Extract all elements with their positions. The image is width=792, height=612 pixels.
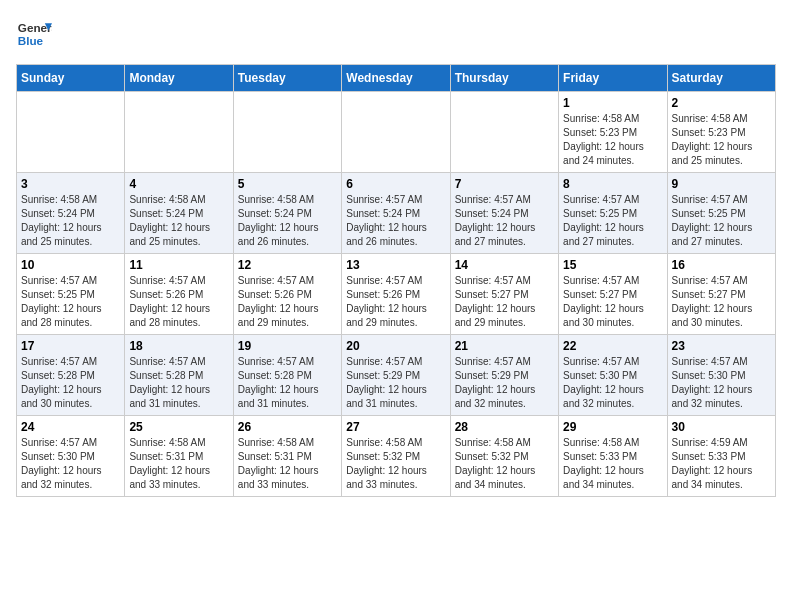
day-info: Sunrise: 4:58 AM Sunset: 5:24 PM Dayligh…: [129, 193, 228, 249]
day-info: Sunrise: 4:58 AM Sunset: 5:24 PM Dayligh…: [21, 193, 120, 249]
day-cell: 10Sunrise: 4:57 AM Sunset: 5:25 PM Dayli…: [17, 254, 125, 335]
day-cell: 4Sunrise: 4:58 AM Sunset: 5:24 PM Daylig…: [125, 173, 233, 254]
day-info: Sunrise: 4:57 AM Sunset: 5:28 PM Dayligh…: [21, 355, 120, 411]
day-cell: 12Sunrise: 4:57 AM Sunset: 5:26 PM Dayli…: [233, 254, 341, 335]
day-cell: [17, 92, 125, 173]
day-number: 15: [563, 258, 662, 272]
day-info: Sunrise: 4:58 AM Sunset: 5:23 PM Dayligh…: [672, 112, 771, 168]
day-cell: 30Sunrise: 4:59 AM Sunset: 5:33 PM Dayli…: [667, 416, 775, 497]
day-info: Sunrise: 4:58 AM Sunset: 5:23 PM Dayligh…: [563, 112, 662, 168]
day-number: 9: [672, 177, 771, 191]
day-cell: 8Sunrise: 4:57 AM Sunset: 5:25 PM Daylig…: [559, 173, 667, 254]
day-cell: 5Sunrise: 4:58 AM Sunset: 5:24 PM Daylig…: [233, 173, 341, 254]
day-info: Sunrise: 4:57 AM Sunset: 5:26 PM Dayligh…: [346, 274, 445, 330]
week-row-5: 24Sunrise: 4:57 AM Sunset: 5:30 PM Dayli…: [17, 416, 776, 497]
weekday-header-monday: Monday: [125, 65, 233, 92]
day-cell: 21Sunrise: 4:57 AM Sunset: 5:29 PM Dayli…: [450, 335, 558, 416]
day-info: Sunrise: 4:57 AM Sunset: 5:29 PM Dayligh…: [455, 355, 554, 411]
day-number: 18: [129, 339, 228, 353]
day-info: Sunrise: 4:57 AM Sunset: 5:30 PM Dayligh…: [672, 355, 771, 411]
day-number: 22: [563, 339, 662, 353]
week-row-2: 3Sunrise: 4:58 AM Sunset: 5:24 PM Daylig…: [17, 173, 776, 254]
day-cell: 7Sunrise: 4:57 AM Sunset: 5:24 PM Daylig…: [450, 173, 558, 254]
day-cell: 20Sunrise: 4:57 AM Sunset: 5:29 PM Dayli…: [342, 335, 450, 416]
day-info: Sunrise: 4:57 AM Sunset: 5:27 PM Dayligh…: [455, 274, 554, 330]
day-number: 1: [563, 96, 662, 110]
day-number: 26: [238, 420, 337, 434]
header: General Blue: [16, 16, 776, 52]
day-info: Sunrise: 4:57 AM Sunset: 5:25 PM Dayligh…: [563, 193, 662, 249]
day-cell: 3Sunrise: 4:58 AM Sunset: 5:24 PM Daylig…: [17, 173, 125, 254]
day-info: Sunrise: 4:57 AM Sunset: 5:25 PM Dayligh…: [21, 274, 120, 330]
logo: General Blue: [16, 16, 52, 52]
week-row-1: 1Sunrise: 4:58 AM Sunset: 5:23 PM Daylig…: [17, 92, 776, 173]
day-number: 12: [238, 258, 337, 272]
day-number: 5: [238, 177, 337, 191]
day-cell: 28Sunrise: 4:58 AM Sunset: 5:32 PM Dayli…: [450, 416, 558, 497]
weekday-header-friday: Friday: [559, 65, 667, 92]
day-info: Sunrise: 4:57 AM Sunset: 5:27 PM Dayligh…: [672, 274, 771, 330]
day-info: Sunrise: 4:57 AM Sunset: 5:26 PM Dayligh…: [238, 274, 337, 330]
day-number: 13: [346, 258, 445, 272]
day-info: Sunrise: 4:57 AM Sunset: 5:24 PM Dayligh…: [346, 193, 445, 249]
day-cell: 17Sunrise: 4:57 AM Sunset: 5:28 PM Dayli…: [17, 335, 125, 416]
calendar-table: SundayMondayTuesdayWednesdayThursdayFrid…: [16, 64, 776, 497]
day-info: Sunrise: 4:58 AM Sunset: 5:32 PM Dayligh…: [455, 436, 554, 492]
day-number: 29: [563, 420, 662, 434]
day-info: Sunrise: 4:59 AM Sunset: 5:33 PM Dayligh…: [672, 436, 771, 492]
day-info: Sunrise: 4:58 AM Sunset: 5:31 PM Dayligh…: [238, 436, 337, 492]
day-cell: 1Sunrise: 4:58 AM Sunset: 5:23 PM Daylig…: [559, 92, 667, 173]
day-cell: [125, 92, 233, 173]
day-number: 25: [129, 420, 228, 434]
day-info: Sunrise: 4:57 AM Sunset: 5:28 PM Dayligh…: [238, 355, 337, 411]
day-number: 27: [346, 420, 445, 434]
day-cell: 9Sunrise: 4:57 AM Sunset: 5:25 PM Daylig…: [667, 173, 775, 254]
day-cell: 23Sunrise: 4:57 AM Sunset: 5:30 PM Dayli…: [667, 335, 775, 416]
logo-icon: General Blue: [16, 16, 52, 52]
day-number: 3: [21, 177, 120, 191]
svg-text:General: General: [18, 21, 52, 34]
weekday-header-tuesday: Tuesday: [233, 65, 341, 92]
day-cell: 19Sunrise: 4:57 AM Sunset: 5:28 PM Dayli…: [233, 335, 341, 416]
day-number: 17: [21, 339, 120, 353]
svg-text:Blue: Blue: [18, 34, 44, 47]
week-row-4: 17Sunrise: 4:57 AM Sunset: 5:28 PM Dayli…: [17, 335, 776, 416]
day-number: 23: [672, 339, 771, 353]
day-cell: 22Sunrise: 4:57 AM Sunset: 5:30 PM Dayli…: [559, 335, 667, 416]
day-number: 2: [672, 96, 771, 110]
day-info: Sunrise: 4:58 AM Sunset: 5:33 PM Dayligh…: [563, 436, 662, 492]
day-number: 28: [455, 420, 554, 434]
day-info: Sunrise: 4:57 AM Sunset: 5:24 PM Dayligh…: [455, 193, 554, 249]
weekday-header-thursday: Thursday: [450, 65, 558, 92]
day-number: 30: [672, 420, 771, 434]
day-cell: 16Sunrise: 4:57 AM Sunset: 5:27 PM Dayli…: [667, 254, 775, 335]
day-cell: 18Sunrise: 4:57 AM Sunset: 5:28 PM Dayli…: [125, 335, 233, 416]
day-number: 6: [346, 177, 445, 191]
day-cell: [233, 92, 341, 173]
day-cell: 14Sunrise: 4:57 AM Sunset: 5:27 PM Dayli…: [450, 254, 558, 335]
day-number: 11: [129, 258, 228, 272]
day-number: 20: [346, 339, 445, 353]
weekday-header-row: SundayMondayTuesdayWednesdayThursdayFrid…: [17, 65, 776, 92]
day-cell: 25Sunrise: 4:58 AM Sunset: 5:31 PM Dayli…: [125, 416, 233, 497]
weekday-header-saturday: Saturday: [667, 65, 775, 92]
day-number: 8: [563, 177, 662, 191]
week-row-3: 10Sunrise: 4:57 AM Sunset: 5:25 PM Dayli…: [17, 254, 776, 335]
day-cell: [450, 92, 558, 173]
day-cell: 27Sunrise: 4:58 AM Sunset: 5:32 PM Dayli…: [342, 416, 450, 497]
day-cell: 11Sunrise: 4:57 AM Sunset: 5:26 PM Dayli…: [125, 254, 233, 335]
day-number: 7: [455, 177, 554, 191]
day-info: Sunrise: 4:58 AM Sunset: 5:31 PM Dayligh…: [129, 436, 228, 492]
day-number: 19: [238, 339, 337, 353]
weekday-header-sunday: Sunday: [17, 65, 125, 92]
weekday-header-wednesday: Wednesday: [342, 65, 450, 92]
day-cell: 29Sunrise: 4:58 AM Sunset: 5:33 PM Dayli…: [559, 416, 667, 497]
day-number: 24: [21, 420, 120, 434]
day-cell: 15Sunrise: 4:57 AM Sunset: 5:27 PM Dayli…: [559, 254, 667, 335]
day-info: Sunrise: 4:57 AM Sunset: 5:29 PM Dayligh…: [346, 355, 445, 411]
day-cell: 24Sunrise: 4:57 AM Sunset: 5:30 PM Dayli…: [17, 416, 125, 497]
day-cell: 2Sunrise: 4:58 AM Sunset: 5:23 PM Daylig…: [667, 92, 775, 173]
day-cell: 26Sunrise: 4:58 AM Sunset: 5:31 PM Dayli…: [233, 416, 341, 497]
day-info: Sunrise: 4:57 AM Sunset: 5:27 PM Dayligh…: [563, 274, 662, 330]
day-info: Sunrise: 4:58 AM Sunset: 5:32 PM Dayligh…: [346, 436, 445, 492]
